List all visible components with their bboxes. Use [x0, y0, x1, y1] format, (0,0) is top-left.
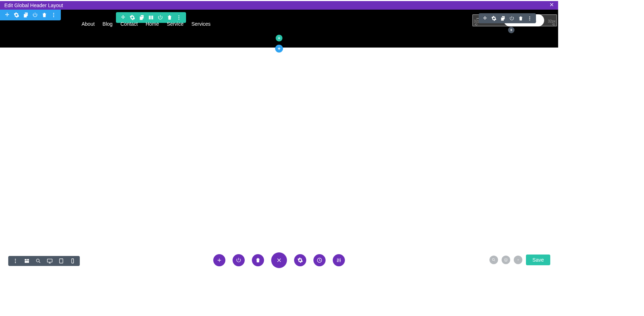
- svg-point-1: [53, 15, 54, 16]
- gear-icon[interactable]: [14, 12, 19, 18]
- settings-button[interactable]: [294, 254, 306, 266]
- more-icon[interactable]: [176, 15, 182, 20]
- bottom-view-toolbar: [8, 256, 80, 266]
- zoom-icon[interactable]: [35, 258, 41, 264]
- trash-button[interactable]: [252, 254, 264, 266]
- svg-point-8: [529, 19, 530, 20]
- duplicate-icon[interactable]: [23, 12, 29, 18]
- duplicate-icon[interactable]: [139, 15, 145, 20]
- add-button[interactable]: [213, 254, 225, 266]
- add-module-button[interactable]: +: [508, 27, 514, 33]
- svg-point-10: [15, 261, 16, 262]
- section-toolbar: [0, 10, 61, 20]
- svg-point-19: [340, 260, 341, 261]
- move-icon[interactable]: [120, 15, 126, 20]
- gear-icon[interactable]: [130, 15, 135, 20]
- move-icon[interactable]: [4, 12, 10, 18]
- power-icon[interactable]: [509, 16, 514, 21]
- nav-item[interactable]: Services: [191, 21, 211, 27]
- svg-point-3: [179, 15, 180, 16]
- trash-icon[interactable]: [42, 12, 47, 18]
- trash-icon[interactable]: [167, 15, 172, 20]
- move-icon[interactable]: [482, 16, 488, 21]
- svg-point-12: [36, 259, 39, 262]
- more-icon[interactable]: [51, 12, 57, 18]
- desktop-icon[interactable]: [47, 258, 53, 264]
- svg-point-5: [179, 19, 180, 20]
- svg-rect-15: [72, 259, 73, 263]
- power-button[interactable]: [233, 254, 245, 266]
- svg-point-7: [529, 18, 530, 19]
- phone-icon[interactable]: [70, 258, 75, 264]
- svg-point-17: [337, 261, 338, 262]
- add-row-button[interactable]: +: [276, 35, 283, 41]
- nav-item[interactable]: Home: [146, 21, 159, 27]
- svg-point-4: [179, 17, 180, 18]
- columns-icon[interactable]: [148, 15, 154, 20]
- sliders-button[interactable]: [333, 254, 345, 266]
- link-icon[interactable]: ⟲: [474, 23, 477, 26]
- header-section: About Blog Contact Home Service Services…: [0, 10, 558, 48]
- nav-item[interactable]: About: [82, 21, 95, 27]
- editor-topbar: Edit Global Header Layout: [0, 1, 558, 10]
- editor-title: Edit Global Header Layout: [4, 3, 63, 8]
- tablet-icon[interactable]: [58, 258, 64, 264]
- svg-point-0: [53, 13, 54, 14]
- close-menu-button[interactable]: [271, 252, 287, 268]
- svg-rect-13: [47, 259, 52, 262]
- nav-menu: About Blog Contact Home Service Services: [82, 21, 211, 27]
- module-toolbar: [479, 13, 536, 23]
- more-icon[interactable]: [527, 16, 532, 21]
- link-icon[interactable]: ⟲: [552, 23, 555, 26]
- duplicate-icon[interactable]: [500, 16, 506, 21]
- more-icon[interactable]: [13, 258, 18, 264]
- svg-rect-14: [59, 259, 63, 263]
- nav-item[interactable]: Service: [167, 21, 184, 27]
- gear-icon[interactable]: [491, 16, 497, 21]
- close-button[interactable]: [549, 2, 555, 9]
- help-button[interactable]: ?: [514, 256, 522, 264]
- save-button[interactable]: Save: [526, 255, 550, 265]
- bottom-actions: [213, 252, 345, 268]
- svg-point-11: [15, 262, 16, 263]
- layers-button[interactable]: [502, 256, 510, 264]
- nav-item[interactable]: Blog: [103, 21, 113, 27]
- nav-item[interactable]: Contact: [121, 21, 138, 27]
- svg-point-20: [492, 258, 494, 261]
- svg-point-6: [529, 16, 530, 17]
- bottom-right-actions: ? Save: [489, 255, 550, 265]
- power-icon[interactable]: [32, 12, 38, 18]
- svg-text:?: ?: [517, 259, 519, 261]
- trash-icon[interactable]: [518, 16, 523, 21]
- svg-point-2: [53, 16, 54, 17]
- wireframe-icon[interactable]: [24, 258, 30, 264]
- history-button[interactable]: [313, 254, 326, 266]
- svg-point-18: [338, 259, 340, 260]
- power-icon[interactable]: [157, 15, 163, 20]
- svg-point-9: [15, 259, 16, 260]
- search-button[interactable]: [489, 256, 498, 264]
- add-section-button[interactable]: +: [275, 45, 283, 53]
